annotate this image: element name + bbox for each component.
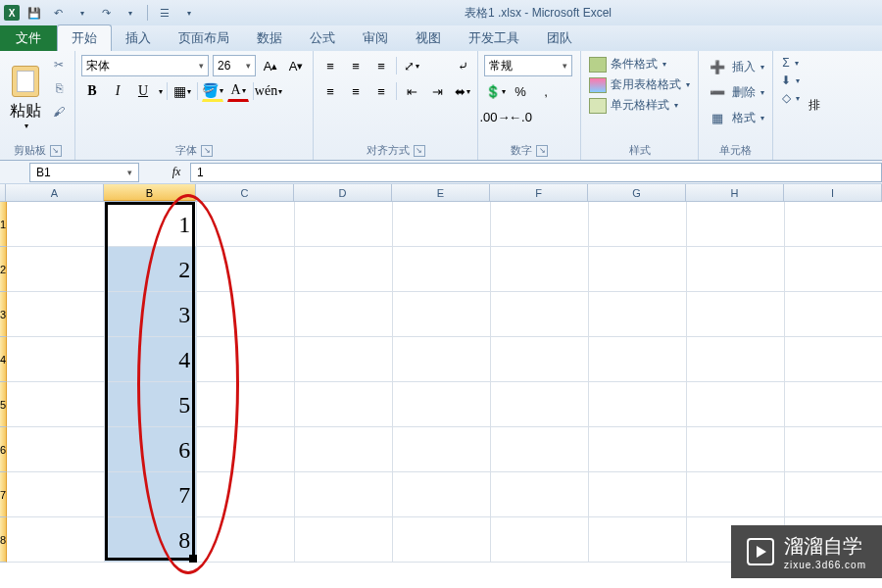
cell[interactable] bbox=[785, 382, 882, 427]
cell[interactable] bbox=[295, 472, 393, 517]
column-header[interactable]: F bbox=[490, 184, 588, 201]
cell-styles-button[interactable]: 单元格样式▾ bbox=[587, 96, 692, 115]
cell[interactable] bbox=[7, 472, 105, 517]
fx-icon[interactable]: fx bbox=[163, 165, 190, 179]
cell[interactable] bbox=[687, 202, 785, 247]
qat-custom-icon[interactable]: ☰ bbox=[156, 4, 173, 22]
column-header[interactable]: I bbox=[784, 184, 882, 201]
cell[interactable] bbox=[491, 472, 589, 517]
insert-cells-button[interactable]: ➕插入▾ bbox=[705, 55, 766, 78]
cut-icon[interactable]: ✂ bbox=[49, 55, 69, 74]
cell[interactable] bbox=[785, 247, 882, 292]
merge-center-icon[interactable]: ⬌▾ bbox=[454, 80, 471, 102]
row-header[interactable]: 2 bbox=[0, 247, 7, 292]
wrap-text-icon[interactable]: ⤶ bbox=[454, 55, 471, 76]
cell[interactable] bbox=[393, 337, 491, 382]
decrease-decimal-icon[interactable]: ←.0 bbox=[510, 106, 531, 127]
cell[interactable] bbox=[7, 202, 105, 247]
cell[interactable] bbox=[7, 517, 105, 563]
cell[interactable] bbox=[785, 472, 882, 517]
cell[interactable] bbox=[295, 517, 393, 563]
redo-dropdown-icon[interactable]: ▾ bbox=[122, 4, 139, 22]
cell[interactable] bbox=[687, 292, 785, 337]
sort-filter-button[interactable]: 排 bbox=[808, 95, 821, 117]
cell[interactable]: 3 bbox=[105, 292, 197, 337]
cell[interactable] bbox=[589, 247, 687, 292]
cell[interactable] bbox=[687, 247, 785, 292]
cell[interactable]: 2 bbox=[105, 247, 197, 292]
cell[interactable] bbox=[7, 292, 105, 337]
cell[interactable] bbox=[491, 517, 589, 563]
row-header[interactable]: 4 bbox=[0, 337, 7, 382]
cell[interactable] bbox=[491, 337, 589, 382]
number-launcher-icon[interactable]: ↘ bbox=[536, 145, 548, 157]
cell[interactable] bbox=[295, 427, 393, 472]
cell[interactable] bbox=[295, 337, 393, 382]
cell[interactable] bbox=[393, 427, 491, 472]
tab-team[interactable]: 团队 bbox=[533, 25, 586, 51]
align-bottom-icon[interactable]: ≡ bbox=[370, 55, 392, 76]
increase-decimal-icon[interactable]: .00→ bbox=[484, 106, 506, 127]
row-header[interactable]: 6 bbox=[0, 427, 7, 472]
font-size-combo[interactable]: 26▾ bbox=[213, 55, 256, 76]
cell[interactable] bbox=[393, 202, 491, 247]
accounting-icon[interactable]: 💲▾ bbox=[484, 80, 506, 102]
cell[interactable] bbox=[197, 292, 295, 337]
autosum-button[interactable]: Σ▾ bbox=[780, 55, 800, 71]
cell[interactable] bbox=[7, 337, 105, 382]
cell[interactable] bbox=[589, 382, 687, 427]
cell[interactable]: 8 bbox=[105, 517, 197, 563]
cell[interactable] bbox=[7, 427, 105, 472]
number-format-combo[interactable]: 常规▾ bbox=[484, 55, 572, 76]
grow-font-icon[interactable]: A▴ bbox=[260, 55, 281, 76]
fill-button[interactable]: ⬇▾ bbox=[779, 73, 802, 88]
percent-icon[interactable]: % bbox=[510, 80, 531, 102]
cell[interactable] bbox=[589, 517, 687, 563]
cell[interactable] bbox=[295, 382, 393, 427]
conditional-format-button[interactable]: 条件格式▾ bbox=[587, 55, 692, 74]
align-left-icon[interactable]: ≡ bbox=[319, 80, 341, 102]
cell[interactable] bbox=[197, 247, 295, 292]
undo-dropdown-icon[interactable]: ▾ bbox=[74, 4, 91, 22]
cell[interactable] bbox=[393, 517, 491, 563]
cell[interactable] bbox=[491, 202, 589, 247]
save-icon[interactable]: 💾 bbox=[25, 4, 43, 22]
paste-dropdown-icon[interactable]: ▾ bbox=[24, 122, 28, 130]
clipboard-launcher-icon[interactable]: ↘ bbox=[50, 145, 62, 157]
name-box[interactable]: B1▾ bbox=[29, 163, 139, 182]
cell[interactable] bbox=[491, 247, 589, 292]
copy-icon[interactable]: ⎘ bbox=[49, 78, 69, 98]
cell[interactable]: 7 bbox=[105, 472, 197, 517]
redo-icon[interactable]: ↷ bbox=[97, 4, 115, 22]
align-right-icon[interactable]: ≡ bbox=[370, 80, 392, 102]
cell[interactable] bbox=[197, 202, 295, 247]
tab-pagelayout[interactable]: 页面布局 bbox=[165, 25, 243, 51]
cell[interactable]: 6 bbox=[105, 427, 197, 472]
bold-button[interactable]: B bbox=[81, 80, 103, 102]
cell[interactable] bbox=[491, 427, 589, 472]
cell[interactable] bbox=[687, 427, 785, 472]
qat-menu-icon[interactable]: ▾ bbox=[180, 4, 198, 22]
cell[interactable] bbox=[197, 337, 295, 382]
cell[interactable] bbox=[295, 247, 393, 292]
formula-input[interactable]: 1 bbox=[190, 163, 882, 182]
cell[interactable] bbox=[785, 292, 882, 337]
column-header[interactable]: B bbox=[104, 184, 196, 201]
cell[interactable] bbox=[785, 337, 882, 382]
tab-insert[interactable]: 插入 bbox=[112, 25, 165, 51]
underline-button[interactable]: U bbox=[132, 80, 154, 102]
tab-home[interactable]: 开始 bbox=[57, 24, 112, 51]
cell[interactable] bbox=[197, 472, 295, 517]
paste-button[interactable]: 粘贴 ▾ bbox=[6, 55, 45, 141]
cell[interactable] bbox=[295, 202, 393, 247]
orientation-icon[interactable]: ⤢▾ bbox=[401, 55, 422, 76]
italic-button[interactable]: I bbox=[107, 80, 128, 102]
cell[interactable] bbox=[589, 472, 687, 517]
clear-button[interactable]: ◇▾ bbox=[780, 90, 802, 106]
cell[interactable] bbox=[197, 517, 295, 563]
cell[interactable] bbox=[687, 337, 785, 382]
tab-data[interactable]: 数据 bbox=[243, 25, 296, 51]
tab-formulas[interactable]: 公式 bbox=[296, 25, 349, 51]
format-table-button[interactable]: 套用表格格式▾ bbox=[587, 75, 692, 94]
borders-icon[interactable]: ▦▾ bbox=[172, 80, 193, 102]
